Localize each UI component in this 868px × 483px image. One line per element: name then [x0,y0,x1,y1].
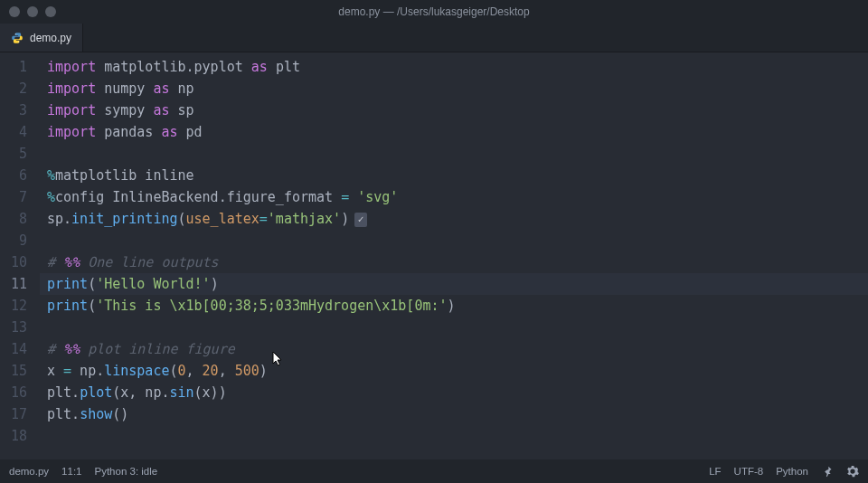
status-line-ending[interactable]: LF [709,466,721,477]
code-line[interactable]: import numpy as np [47,78,868,99]
line-number: 2 [0,78,27,99]
line-number: 12 [0,295,27,317]
code-line[interactable] [47,425,868,447]
line-number: 11 [0,273,27,295]
code-line[interactable]: plt.plot(x, np.sin(x)) [47,382,868,403]
line-number: 17 [0,403,27,425]
code-line[interactable] [47,317,868,338]
code-line[interactable]: sp.init_printing(use_latex='mathjax')✓ [47,208,868,230]
status-cursor-pos[interactable]: 11:1 [61,466,81,477]
code-line[interactable]: import matplotlib.pyplot as plt [47,56,868,78]
code-line[interactable]: # %% plot inline figure [47,338,868,360]
cell-executed-icon: ✓ [354,213,367,227]
line-number: 6 [0,165,27,186]
pin-icon[interactable] [821,465,834,478]
line-number: 13 [0,317,27,338]
svg-point-0 [15,33,16,34]
status-kernel[interactable]: Python 3: idle [95,466,158,477]
python-file-icon [11,32,24,44]
close-window-icon[interactable] [9,6,20,17]
tab-label: demo.py [30,32,71,44]
status-bar: demo.py 11:1 Python 3: idle LF UTF-8 Pyt… [0,459,868,483]
line-number: 3 [0,99,27,121]
code-line[interactable]: plt.show() [47,403,868,425]
status-file-name[interactable]: demo.py [9,466,49,477]
minimize-window-icon[interactable] [27,6,38,17]
code-line[interactable]: print('Hello World!') [40,273,868,295]
code-line[interactable]: %config InlineBackend.figure_format = 's… [47,186,868,208]
line-number-gutter: 123456789101112131415161718 [0,52,40,459]
tab-demo-py[interactable]: demo.py [0,24,83,52]
tab-bar: demo.py [0,24,868,52]
window-title: demo.py — /Users/lukasgeiger/Desktop [0,5,868,18]
zoom-window-icon[interactable] [45,6,56,17]
status-encoding[interactable]: UTF-8 [734,466,764,477]
line-number: 7 [0,186,27,208]
window-controls [0,6,56,17]
svg-point-1 [18,41,19,42]
code-line[interactable]: %matplotlib inline [47,165,868,186]
line-number: 9 [0,230,27,251]
code-line[interactable] [47,143,868,165]
line-number: 16 [0,382,27,403]
line-number: 10 [0,251,27,273]
code-line[interactable]: x = np.linspace(0, 20, 500) [47,360,868,382]
gear-icon[interactable] [846,465,859,478]
line-number: 14 [0,338,27,360]
code-line[interactable] [47,230,868,251]
code-line[interactable]: import sympy as sp [47,99,868,121]
status-language[interactable]: Python [776,466,808,477]
code-line[interactable]: # %% One line outputs [47,251,868,273]
line-number: 8 [0,208,27,230]
code-area[interactable]: import matplotlib.pyplot as pltimport nu… [40,52,868,459]
line-number: 5 [0,143,27,165]
code-line[interactable]: import pandas as pd [47,121,868,143]
code-line[interactable]: print('This is \x1b[00;38;5;033mHydrogen… [47,295,868,317]
title-bar: demo.py — /Users/lukasgeiger/Desktop [0,0,868,24]
line-number: 18 [0,425,27,447]
code-editor[interactable]: 123456789101112131415161718 import matpl… [0,52,868,459]
line-number: 1 [0,56,27,78]
line-number: 4 [0,121,27,143]
line-number: 15 [0,360,27,382]
